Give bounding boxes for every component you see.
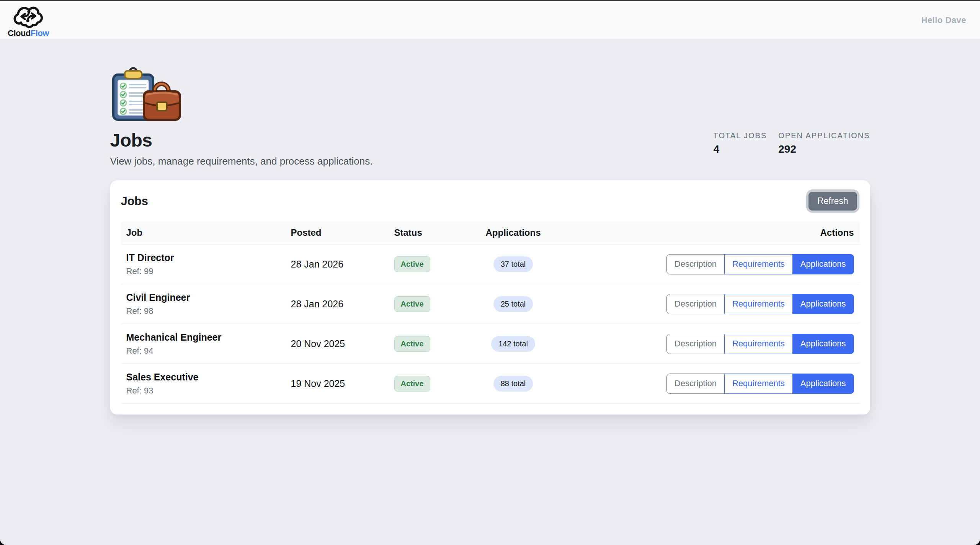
job-ref: Ref: 98	[126, 306, 280, 316]
table-row: Mechanical EngineerRef: 9420 Nov 2025Act…	[121, 324, 859, 364]
jobs-clipboard-briefcase-icon	[110, 66, 183, 123]
column-header-actions: Actions	[550, 221, 859, 245]
job-ref: Ref: 94	[126, 346, 280, 356]
column-header-applications: Applications	[477, 221, 550, 245]
job-title: IT Director	[126, 252, 280, 263]
actions-cell: DescriptionRequirementsApplications	[550, 245, 859, 284]
requirements-button[interactable]: Requirements	[724, 254, 793, 274]
status-badge: Active	[394, 336, 430, 352]
job-cell: Sales ExecutiveRef: 93	[121, 364, 286, 404]
status-cell: Active	[389, 284, 477, 324]
stat-label: TOTAL JOBS	[714, 131, 767, 140]
applications-button[interactable]: Applications	[792, 254, 854, 274]
page-title: Jobs	[110, 130, 373, 151]
applications-count-badge: 142 total	[491, 336, 535, 352]
description-button[interactable]: Description	[666, 334, 725, 354]
status-cell: Active	[389, 324, 477, 364]
applications-cell: 142 total	[477, 324, 550, 364]
user-greeting: Hello Dave	[921, 15, 967, 25]
status-cell: Active	[389, 245, 477, 284]
actions-cell: DescriptionRequirementsApplications	[550, 284, 859, 324]
job-title: Sales Executive	[126, 372, 280, 383]
jobs-card-title: Jobs	[121, 194, 148, 208]
table-row: Sales ExecutiveRef: 9319 Nov 2025Active8…	[121, 364, 859, 404]
stat-value: 292	[778, 143, 870, 155]
stats-summary: TOTAL JOBS 4 OPEN APPLICATIONS 292	[714, 131, 870, 167]
applications-count-badge: 88 total	[493, 376, 533, 392]
column-header-posted: Posted	[286, 221, 389, 245]
refresh-button[interactable]: Refresh	[808, 192, 857, 210]
table-row: Civil EngineerRef: 9828 Jan 2026Active25…	[121, 284, 859, 324]
applications-count-badge: 25 total	[493, 296, 533, 312]
stat-label: OPEN APPLICATIONS	[778, 131, 870, 140]
top-navigation-bar: CloudFlow Hello Dave	[0, 1, 980, 39]
cloudflow-logo[interactable]: CloudFlow	[8, 3, 49, 38]
description-button[interactable]: Description	[666, 374, 725, 393]
job-title: Mechanical Engineer	[126, 332, 280, 343]
row-actions: DescriptionRequirementsApplications	[666, 254, 854, 274]
applications-cell: 88 total	[477, 364, 550, 404]
requirements-button[interactable]: Requirements	[724, 294, 793, 314]
description-button[interactable]: Description	[666, 294, 725, 314]
job-ref: Ref: 99	[126, 266, 280, 276]
jobs-card: Jobs Refresh Job Posted Status Applicati…	[110, 180, 870, 414]
browser-page: CloudFlow Hello Dave	[0, 0, 980, 545]
actions-cell: DescriptionRequirementsApplications	[550, 324, 859, 364]
description-button[interactable]: Description	[666, 254, 725, 274]
posted-cell: 28 Jan 2026	[286, 284, 389, 324]
status-cell: Active	[389, 364, 477, 404]
row-actions: DescriptionRequirementsApplications	[666, 374, 854, 393]
cloud-arrows-icon	[11, 3, 45, 28]
posted-cell: 28 Jan 2026	[286, 245, 389, 284]
page-header: Jobs View jobs, manage requirements, and…	[110, 66, 870, 167]
job-cell: Mechanical EngineerRef: 94	[121, 324, 286, 364]
stat-value: 4	[714, 143, 767, 155]
requirements-button[interactable]: Requirements	[724, 374, 793, 393]
applications-cell: 37 total	[477, 245, 550, 284]
main-content: Jobs View jobs, manage requirements, and…	[110, 66, 870, 414]
table-row: IT DirectorRef: 9928 Jan 2026Active37 to…	[121, 245, 859, 284]
job-cell: IT DirectorRef: 99	[121, 245, 286, 284]
row-actions: DescriptionRequirementsApplications	[666, 334, 854, 354]
status-badge: Active	[394, 256, 430, 272]
applications-button[interactable]: Applications	[792, 294, 854, 314]
applications-button[interactable]: Applications	[792, 374, 854, 393]
page-subtitle: View jobs, manage requirements, and proc…	[110, 155, 373, 167]
column-header-job: Job	[121, 221, 286, 245]
job-cell: Civil EngineerRef: 98	[121, 284, 286, 324]
job-ref: Ref: 93	[126, 386, 280, 396]
posted-cell: 20 Nov 2025	[286, 324, 389, 364]
jobs-table: Job Posted Status Applications Actions I…	[121, 221, 859, 404]
jobs-card-header: Jobs Refresh	[121, 192, 859, 221]
status-badge: Active	[394, 376, 430, 392]
actions-cell: DescriptionRequirementsApplications	[550, 364, 859, 404]
applications-count-badge: 37 total	[493, 256, 533, 272]
brand-name: CloudFlow	[8, 29, 49, 38]
column-header-status: Status	[389, 221, 477, 245]
stat-total-jobs: TOTAL JOBS 4	[714, 131, 767, 167]
jobs-table-body: IT DirectorRef: 9928 Jan 2026Active37 to…	[121, 245, 859, 404]
row-actions: DescriptionRequirementsApplications	[666, 294, 854, 314]
stat-open-applications: OPEN APPLICATIONS 292	[778, 131, 870, 167]
jobs-table-header: Job Posted Status Applications Actions	[121, 221, 859, 245]
requirements-button[interactable]: Requirements	[724, 334, 793, 354]
status-badge: Active	[394, 296, 430, 312]
job-title: Civil Engineer	[126, 292, 280, 303]
applications-cell: 25 total	[477, 284, 550, 324]
applications-button[interactable]: Applications	[792, 334, 854, 354]
posted-cell: 19 Nov 2025	[286, 364, 389, 404]
